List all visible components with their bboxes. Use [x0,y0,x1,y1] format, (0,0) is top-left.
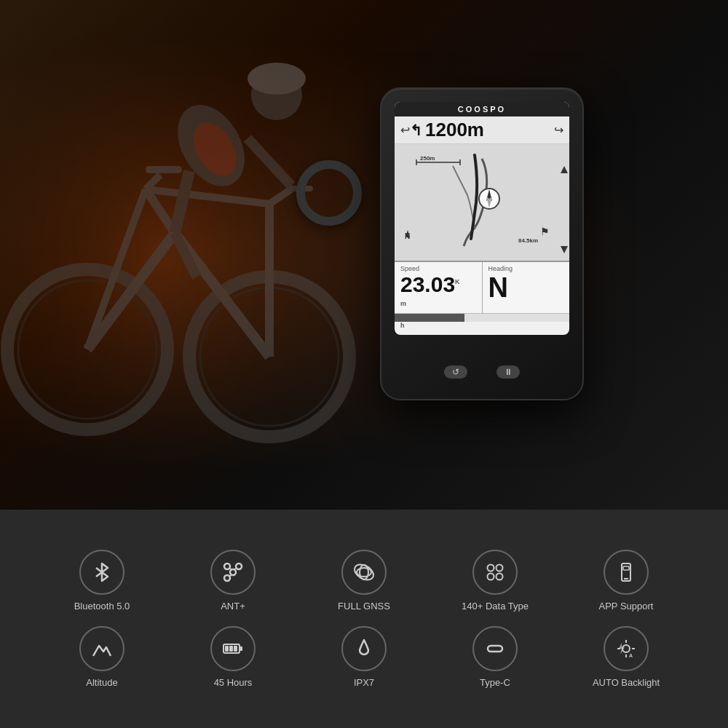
usbc-icon [483,637,507,660]
backlight-label: AUTO Backlight [593,677,660,688]
ipx7-icon-circle [341,626,387,671]
app-label: APP Support [599,601,654,612]
datatype-label: 140+ Data Type [462,601,529,612]
svg-rect-52 [623,566,629,570]
map-svg: 250m N ⚑ 84.5km [395,144,569,261]
distance-value: 1200m [425,119,484,141]
feature-datatype: 140+ Data Type [430,550,561,612]
svg-line-41 [233,569,237,569]
usbc-icon-circle [472,626,518,671]
svg-text:250m: 250m [420,155,435,162]
screen-nav-bar: ↩ ↰ 1200m ↪ [395,116,569,144]
heading-label: Heading [488,265,564,272]
svg-point-48 [488,574,494,580]
svg-point-37 [224,563,230,569]
svg-rect-56 [229,646,233,652]
svg-rect-55 [225,646,229,652]
usbc-label: Type-C [480,677,510,688]
features-row-2: Altitude 45 Hours [29,626,699,688]
feature-backlight: A AUTO Backlight [561,626,692,688]
feature-gnss: FULL GNSS [298,550,430,612]
speed-value: 23.03Kmh [400,274,476,335]
heading-value: N [488,274,564,301]
svg-rect-58 [488,646,502,652]
app-icon-circle [604,550,649,595]
svg-point-46 [488,565,494,571]
bluetooth-icon [90,561,114,584]
turn-arrow: ↰ [410,122,422,139]
features-section: Bluetooth 5.0 ANT+ [0,510,728,728]
features-row-1: Bluetooth 5.0 ANT+ [29,550,699,612]
svg-text:84.5km: 84.5km [518,237,538,244]
feature-battery: 45 Hours [167,626,298,688]
mount-ring [296,160,362,226]
feature-usbc: Type-C [430,626,561,688]
backlight-icon-circle: A [604,626,649,671]
play-pause-button[interactable]: ⏸ [496,365,520,379]
gnss-label: FULL GNSS [338,601,390,612]
ipx7-label: IPX7 [354,677,374,688]
heading-cell: Heading N [483,262,570,313]
svg-point-38 [236,563,242,569]
feature-altitude: Altitude [36,626,167,688]
water-icon [352,637,376,660]
gnss-icon-circle [341,550,387,595]
screen-data-row: Speed 23.03Kmh Heading N [395,261,569,313]
svg-point-36 [230,569,236,575]
nav-distance: ↰ 1200m [410,119,554,141]
svg-point-39 [224,575,230,581]
altitude-label: Altitude [86,677,117,688]
svg-line-40 [229,569,233,569]
speed-label: Speed [400,265,476,272]
product-section: COOSPO ↩ ↰ 1200m ↪ [0,0,728,510]
altitude-icon [90,637,114,660]
datatype-icon-circle [472,550,518,595]
gnss-icon [352,561,376,584]
gps-device: COOSPO ↩ ↰ 1200m ↪ [380,87,584,400]
svg-rect-12 [146,166,182,173]
bluetooth-icon-circle [79,550,124,595]
svg-rect-54 [240,646,242,651]
back-arrow: ↩ [400,123,410,137]
page-wrapper: COOSPO ↩ ↰ 1200m ↪ [0,0,728,728]
speed-unit: Kmh [400,278,460,329]
ant-label: ANT+ [221,601,245,612]
app-icon [614,561,638,584]
speed-cell: Speed 23.03Kmh [395,262,483,313]
datatype-icon [483,561,507,584]
svg-text:⚑: ⚑ [540,226,550,237]
bluetooth-label: Bluetooth 5.0 [74,601,130,612]
device-container: COOSPO ↩ ↰ 1200m ↪ [336,51,613,459]
lap-button[interactable]: ↺ [444,365,467,379]
altitude-icon-circle [79,626,124,671]
device-screen: COOSPO ↩ ↰ 1200m ↪ [395,102,569,335]
svg-point-17 [248,63,306,95]
battery-label: 45 Hours [214,677,253,688]
battery-icon-circle [210,626,256,671]
svg-rect-57 [234,646,237,652]
svg-text:A: A [629,653,633,658]
svg-point-45 [352,561,376,583]
backlight-icon: A [614,637,638,660]
svg-point-47 [496,565,503,571]
svg-marker-65 [619,643,625,654]
feature-app: APP Support [561,550,692,612]
feature-ipx7: IPX7 [298,626,430,688]
svg-point-49 [496,574,503,580]
ant-icon-circle [210,550,256,595]
screen-brand: COOSPO [395,102,569,116]
feature-ant: ANT+ [167,550,298,612]
screen-map: 250m N ⚑ 84.5km [395,144,569,261]
device-buttons: ↺ ⏸ [381,365,582,379]
svg-line-42 [229,575,233,576]
feature-bluetooth: Bluetooth 5.0 [36,550,167,612]
next-arrow: ↪ [554,123,563,137]
battery-icon [221,637,245,660]
ant-icon [221,561,245,584]
